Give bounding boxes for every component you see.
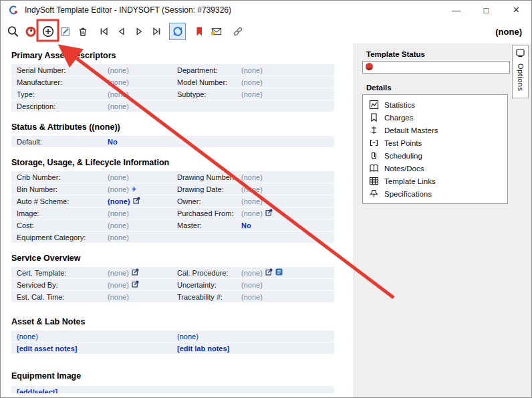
field-value: (none) [241, 281, 263, 289]
default-value-link[interactable]: No [108, 138, 118, 146]
refresh-button[interactable] [169, 23, 186, 40]
minimize-button[interactable]: — [441, 1, 471, 19]
asset-note-value[interactable]: (none) [17, 332, 38, 340]
title-bar: IndySoft Template Editor - INDYSOFT (Ses… [1, 1, 531, 19]
template-status-field[interactable] [362, 61, 510, 74]
view-button[interactable] [22, 23, 39, 40]
field-label: Cost: [17, 221, 108, 229]
field-label: Department: [177, 66, 241, 74]
section-equipment-image: Equipment Image [11, 371, 334, 381]
charges-icon [369, 112, 379, 122]
details-item-label: Template Links [384, 177, 436, 185]
options-tab[interactable]: Options [512, 45, 529, 98]
field-value: (none) [241, 269, 263, 277]
template-status-label: Template Status [366, 50, 531, 58]
lab-note-value[interactable]: (none) [177, 332, 198, 340]
open-external-icon[interactable] [133, 197, 140, 205]
edit-asset-notes-link[interactable]: [edit asset notes] [17, 344, 77, 353]
trash-icon [76, 24, 90, 39]
chain-link-icon [231, 24, 245, 39]
refresh-icon [170, 24, 185, 39]
field-label: Manufacturer: [17, 78, 108, 86]
view-document-icon[interactable] [275, 268, 283, 277]
details-item-label: Scheduling [384, 152, 422, 160]
add-record-icon [41, 24, 55, 39]
caption-buttons: — □ × [441, 1, 531, 19]
field-label: Type: [17, 90, 108, 98]
details-item-default-masters[interactable]: Default Masters [363, 124, 507, 136]
edit-button[interactable] [57, 23, 74, 40]
close-button[interactable]: × [501, 1, 531, 19]
field-label: Serviced By: [17, 281, 108, 289]
field-value: (none) [108, 185, 129, 193]
first-record-button[interactable] [96, 23, 112, 40]
master-value-link[interactable]: No [241, 221, 251, 229]
delete-button[interactable] [74, 23, 91, 40]
field-value: (none) [108, 90, 129, 98]
details-item-specifications[interactable]: Specifications [363, 187, 507, 200]
field-label: Traceability #: [177, 293, 241, 301]
field-row: Equipment Category: (none) [11, 231, 334, 243]
field-label: Cert. Template: [17, 269, 108, 277]
current-record-label: (none) [495, 19, 522, 43]
field-value: (none) [108, 233, 129, 241]
field-value: (none) [241, 197, 263, 205]
field-value: (none) [241, 209, 263, 217]
details-item-scheduling[interactable]: Scheduling [363, 149, 507, 162]
default-masters-icon [369, 125, 379, 135]
section-primary-asset-descriptors: Primary Asset Descriptors [11, 51, 334, 60]
open-external-icon[interactable] [265, 209, 273, 217]
details-item-template-links[interactable]: Template Links [363, 175, 507, 187]
app-logo-icon [7, 4, 19, 16]
section-service-overview: Service Overview [11, 254, 334, 263]
field-row: Description: (none) [11, 100, 334, 112]
link-button[interactable] [229, 23, 246, 40]
field-value: (none) [108, 66, 129, 74]
edit-lab-notes-link[interactable]: [edit lab notes] [177, 344, 229, 353]
field-label: Cal. Procedure: [177, 269, 241, 277]
field-label: Crib Number: [17, 173, 108, 181]
field-value: (none) [241, 293, 263, 301]
status-indicator-icon [365, 62, 374, 74]
field-row: Manufacturer: (none) Model Number: (none… [11, 76, 334, 88]
field-value: (none) [241, 185, 263, 193]
open-external-icon[interactable] [132, 268, 139, 277]
auto-scheme-link[interactable]: (none) [108, 197, 130, 205]
field-label: Image: [17, 209, 108, 217]
field-label: Model Number: [177, 78, 241, 86]
window-title: IndySoft Template Editor - INDYSOFT (Ses… [25, 5, 231, 15]
field-label: Serial Number: [17, 66, 108, 74]
add-button[interactable] [39, 23, 56, 40]
add-bin-button[interactable]: + [132, 185, 136, 193]
field-label: Subtype: [177, 90, 241, 98]
previous-record-icon [114, 24, 129, 39]
details-item-label: Default Masters [384, 126, 438, 134]
details-item-notes-docs[interactable]: Notes/Docs [363, 162, 507, 175]
bookmark-button[interactable] [190, 23, 207, 40]
first-record-icon [97, 24, 112, 39]
field-row: Bin Number: (none) + Drawing Date: (none… [11, 183, 334, 195]
search-icon [6, 24, 21, 39]
field-row: Serial Number: (none) Department: (none) [11, 64, 334, 76]
details-item-test-points[interactable]: Test Points [363, 136, 507, 149]
details-item-statistics[interactable]: Statistics [363, 98, 507, 111]
field-label: Bin Number: [17, 185, 108, 193]
next-record-button[interactable] [130, 23, 147, 40]
maximize-button[interactable]: □ [471, 1, 501, 19]
section-storage-usage-lifecycle: Storage, Usage, & Lifecycle Information [11, 158, 334, 167]
last-record-button[interactable] [148, 23, 164, 40]
email-button[interactable] [208, 23, 225, 40]
add-select-image-link[interactable]: [add/select] [17, 388, 57, 394]
open-external-icon[interactable] [265, 268, 273, 277]
search-button[interactable] [5, 23, 21, 40]
field-value: (none) [108, 293, 129, 301]
previous-record-button[interactable] [113, 23, 130, 40]
scheduling-icon [369, 151, 379, 161]
field-row: (none) (none) [11, 330, 334, 342]
details-item-label: Specifications [384, 190, 432, 198]
field-label: Default: [17, 138, 108, 146]
details-item-charges[interactable]: Charges [363, 111, 507, 124]
open-external-icon[interactable] [132, 280, 139, 289]
options-tab-label: Options [517, 64, 525, 91]
field-value: (none) [108, 221, 129, 229]
